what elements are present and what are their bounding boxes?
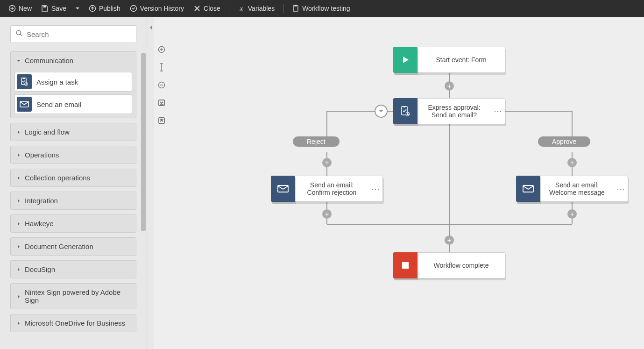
category-header[interactable]: Hawkeye [11,215,136,232]
task-icon [393,98,418,124]
toolbar-divider [283,4,283,13]
chevron-right-icon [16,292,21,300]
add-step-button[interactable]: + [445,235,454,245]
category-label: Document Generation [25,242,93,250]
search-box[interactable] [10,25,136,43]
category-label: Nintex Sign powered by Adobe Sign [25,288,130,304]
chevron-right-icon [16,265,21,273]
chevron-down-icon [16,57,21,64]
node-label: Start event: Form [418,56,505,64]
category-docusign: DocuSign [10,260,136,278]
variables-button[interactable]: x Variables [233,3,279,14]
svg-point-41 [407,113,409,114]
history-label: Version History [140,5,184,12]
search-input[interactable] [27,30,131,38]
category-label: Integration [25,197,58,205]
toolbar-divider [229,4,229,13]
mail-icon [16,95,33,114]
add-step-button[interactable]: + [445,81,454,91]
variables-label: Variables [248,5,275,12]
chevron-right-icon [16,220,21,228]
action-send-email[interactable]: Send an email [14,94,132,114]
category-doc-gen: Document Generation [10,237,136,256]
svg-point-5 [130,6,136,12]
svg-rect-3 [43,6,46,7]
publish-label: Publish [99,5,120,12]
top-toolbar: New Save Publish Version History Close x… [0,0,644,17]
add-step-button[interactable]: + [322,158,332,167]
add-step-button[interactable]: + [567,158,577,167]
save-label: Save [51,5,66,12]
node-label: Send an email: Welcome message [540,181,614,196]
category-label: DocuSign [25,265,55,273]
chevron-right-icon [16,151,21,159]
category-nintex-sign: Nintex Sign powered by Adobe Sign [10,283,136,309]
action-assign-task[interactable]: Assign a task [14,72,132,92]
chevron-right-icon [16,128,21,136]
node-more-menu[interactable]: ⋯ [491,106,505,116]
category-header[interactable]: Nintex Sign powered by Adobe Sign [11,284,136,309]
category-header[interactable]: Operations [11,146,136,164]
category-header[interactable]: Document Generation [11,238,136,255]
workflow-testing-button[interactable]: Workflow testing [287,3,354,14]
category-header[interactable]: DocuSign [11,261,136,278]
category-label: Microsoft OneDrive for Business [25,319,125,327]
email-approve-node[interactable]: Send an email: Welcome message ⋯ [516,176,628,202]
chevron-right-icon [16,242,21,250]
category-label: Logic and flow [25,128,70,136]
branch-label-reject: Reject [293,136,340,147]
add-step-button[interactable]: + [322,209,332,219]
branch-collapse-toggle[interactable] [375,105,388,118]
close-label: Close [204,5,220,12]
mail-icon [271,176,295,202]
history-icon [130,5,137,12]
category-header[interactable]: Communication [11,52,136,69]
branch-label-approve: Approve [538,136,590,147]
add-step-button[interactable]: + [567,209,577,219]
svg-rect-13 [23,78,25,79]
version-history-button[interactable]: Version History [125,3,189,14]
complete-node[interactable]: Workflow complete [393,252,505,278]
approval-node[interactable]: Express approval: Send an email? ⋯ [393,98,505,124]
category-header[interactable]: Logic and flow [11,123,136,141]
svg-rect-44 [402,262,409,269]
caret-down-icon [74,5,81,12]
node-more-menu[interactable]: ⋯ [368,184,382,194]
play-icon [393,47,418,73]
action-label: Assign a task [36,78,78,86]
new-label: New [19,5,32,12]
sidebar-collapse-strip[interactable] [147,17,154,349]
sidebar-scrollbar[interactable] [140,17,147,349]
category-header[interactable]: Integration [11,192,136,209]
category-header[interactable]: Microsoft OneDrive for Business [11,314,136,332]
close-button[interactable]: Close [189,3,225,14]
scrollbar-thumb[interactable] [141,53,146,231]
workflow-canvas[interactable]: Start event: Form + Express approval: Se… [154,17,644,349]
stop-icon [393,252,418,278]
node-label: Express approval: Send an email? [418,104,491,119]
new-button[interactable]: New [4,3,36,14]
svg-rect-39 [403,106,405,107]
mail-icon [516,176,540,202]
email-reject-node[interactable]: Send an email: Confirm rejection ⋯ [271,176,383,202]
save-button[interactable]: Save [36,3,71,14]
chevron-left-icon [149,23,153,32]
start-node[interactable]: Start event: Form [393,47,505,73]
action-label: Send an email [36,100,81,108]
publish-button[interactable]: Publish [84,3,125,14]
action-sidebar: Communication Assign a task Send an emai… [0,17,147,349]
category-label: Collection operations [25,174,90,182]
search-icon [15,29,23,39]
publish-icon [89,5,96,12]
save-dropdown[interactable] [71,3,84,14]
clipboard-icon [292,5,299,12]
category-logic-flow: Logic and flow [10,123,136,141]
task-icon [16,72,33,91]
category-label: Operations [25,151,59,159]
plus-circle-icon [8,5,16,12]
category-label: Hawkeye [25,220,54,228]
svg-point-15 [26,83,27,84]
category-header[interactable]: Collection operations [11,169,136,186]
node-more-menu[interactable]: ⋯ [614,184,628,194]
category-label: Communication [25,57,73,64]
